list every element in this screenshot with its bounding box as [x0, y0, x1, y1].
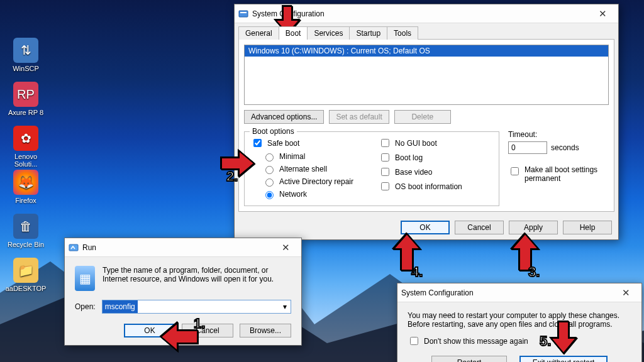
tab-boot[interactable]: Boot: [279, 26, 308, 40]
tab-startup[interactable]: Startup: [349, 26, 387, 40]
safe-mode-minimal[interactable]: Minimal: [251, 151, 353, 162]
label: OS boot information: [395, 182, 462, 191]
open-combobox[interactable]: ▾: [102, 300, 291, 314]
tab-general[interactable]: General: [238, 26, 279, 40]
dont-show-checkbox[interactable]: Don't show this message again: [408, 335, 631, 347]
ok-button[interactable]: OK: [401, 221, 450, 234]
advanced-options-button[interactable]: Advanced options...: [244, 110, 324, 124]
label: Active Directory repair: [279, 177, 353, 186]
icon-label: Firefox: [5, 197, 47, 204]
app-icon: ✿: [13, 126, 38, 151]
app-icon: RP: [13, 82, 38, 107]
titlebar[interactable]: System Configuration ✕: [397, 283, 641, 302]
label: Safe boot: [267, 139, 299, 148]
timeout-input[interactable]: [508, 141, 547, 154]
window-title: Run: [82, 243, 274, 252]
radio[interactable]: [265, 178, 274, 187]
safe-mode-adrepair[interactable]: Active Directory repair: [251, 177, 353, 187]
radio[interactable]: [265, 153, 274, 162]
run-icon: [69, 243, 79, 253]
tab-label: Startup: [356, 29, 380, 38]
boot-tabpane: Windows 10 (C:\WINDOWS) : Current OS; De…: [238, 39, 614, 212]
msconfig-icon: [238, 9, 248, 19]
radio[interactable]: [265, 191, 274, 199]
help-button[interactable]: Help: [563, 221, 612, 234]
icon-label: Lenovo Soluti...: [5, 153, 47, 168]
checkbox[interactable]: [381, 153, 389, 162]
run-hint-text: Type the name of a program, folder, docu…: [103, 266, 291, 291]
delete-button: Delete: [394, 110, 451, 124]
window-run: Run ✕ ▦ Type the name of a program, fold…: [64, 238, 302, 346]
checkbox[interactable]: [511, 167, 519, 175]
app-icon: 🦊: [13, 170, 38, 195]
label: Minimal: [279, 152, 305, 161]
titlebar[interactable]: System Configuration ✕: [235, 4, 618, 23]
checkbox[interactable]: [410, 337, 418, 345]
radio[interactable]: [265, 166, 274, 174]
icon-label: WinSCP: [5, 65, 47, 72]
timeout-column: Timeout: seconds Make all boot settings …: [508, 128, 609, 206]
os-boot-info-checkbox[interactable]: OS boot information: [379, 180, 462, 192]
apply-button[interactable]: Apply: [509, 221, 558, 234]
chevron-down-icon[interactable]: ▾: [280, 301, 290, 312]
timeout-label: Timeout:: [508, 130, 609, 139]
label: Don't show this message again: [424, 337, 528, 346]
timeout-unit: seconds: [551, 143, 579, 152]
label: Make all boot settings permanent: [525, 165, 606, 183]
window-title: System Configuration: [401, 288, 614, 297]
close-button[interactable]: ✕: [614, 286, 638, 300]
permanent-checkbox[interactable]: Make all boot settings permanent: [508, 165, 609, 183]
safe-mode-network[interactable]: Network: [251, 189, 353, 199]
close-button[interactable]: ✕: [274, 241, 297, 255]
desktop-icon-lenovo[interactable]: ✿ Lenovo Soluti...: [5, 126, 47, 168]
browse-button[interactable]: Browse...: [240, 324, 291, 337]
os-list[interactable]: Windows 10 (C:\WINDOWS) : Current OS; De…: [244, 45, 609, 105]
desktop-icon-aadesktop[interactable]: 📁 aaDESKTOP: [5, 258, 47, 292]
tab-label: General: [245, 29, 272, 38]
annotation-num-3: 3.: [528, 264, 540, 280]
close-button[interactable]: ✕: [591, 7, 614, 21]
window-title: System Configuration: [252, 9, 591, 18]
checkbox[interactable]: [381, 139, 389, 147]
tab-services[interactable]: Services: [307, 26, 350, 40]
no-gui-boot-checkbox[interactable]: No GUI boot: [379, 137, 462, 149]
desktop-icon-winscp[interactable]: ⇅ WinSCP: [5, 38, 47, 72]
restart-msg-line2: Before restarting, save any open files a…: [408, 320, 631, 329]
safe-boot-checkbox[interactable]: Safe boot: [251, 137, 353, 149]
window-restart-confirm: System Configuration ✕ You may need to r…: [397, 283, 642, 362]
desktop-icon-axure[interactable]: RP Axure RP 8: [5, 82, 47, 116]
cancel-button[interactable]: Cancel: [455, 221, 504, 234]
desktop-icon-recyclebin[interactable]: 🗑 Recycle Bin: [5, 214, 47, 248]
os-list-selected[interactable]: Windows 10 (C:\WINDOWS) : Current OS; De…: [245, 45, 608, 57]
label: Base video: [395, 168, 432, 177]
ok-button[interactable]: OK: [124, 324, 175, 337]
boot-options-group: Boot options Safe boot Minimal Alternate…: [244, 131, 499, 206]
svg-rect-1: [240, 12, 247, 13]
titlebar[interactable]: Run ✕: [65, 238, 301, 257]
icon-label: Axure RP 8: [5, 109, 47, 116]
recycle-bin-icon: 🗑: [13, 214, 38, 239]
tab-label: Services: [314, 29, 343, 38]
desktop-icon-firefox[interactable]: 🦊 Firefox: [5, 170, 47, 204]
tabstrip: General Boot Services Startup Tools: [235, 23, 618, 39]
run-hint-icon: ▦: [75, 266, 95, 291]
open-input[interactable]: [102, 300, 291, 314]
safe-mode-altshell[interactable]: Alternate shell: [251, 164, 353, 174]
cancel-button[interactable]: Cancel: [182, 324, 233, 337]
checkbox[interactable]: [381, 168, 389, 176]
restart-button[interactable]: Restart: [431, 356, 507, 362]
icon-label: Recycle Bin: [5, 241, 47, 248]
icon-label: aaDESKTOP: [5, 285, 47, 292]
exit-without-restart-button[interactable]: Exit without restart: [519, 356, 608, 362]
tab-tools[interactable]: Tools: [387, 26, 418, 40]
label: No GUI boot: [395, 139, 437, 148]
label: Network: [279, 190, 307, 199]
checkbox[interactable]: [381, 182, 389, 190]
app-icon: ⇅: [13, 38, 38, 63]
checkbox[interactable]: [253, 139, 262, 147]
group-legend: Boot options: [250, 127, 297, 136]
base-video-checkbox[interactable]: Base video: [379, 166, 462, 178]
open-label: Open:: [75, 302, 96, 311]
boot-log-checkbox[interactable]: Boot log: [379, 151, 462, 163]
restart-msg-line1: You may need to restart your computer to…: [408, 311, 631, 320]
